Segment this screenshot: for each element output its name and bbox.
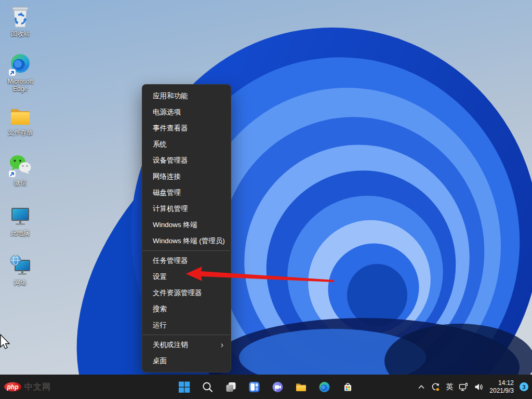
system-tray: 英 14:12 xyxy=(418,375,528,399)
edge-button[interactable] xyxy=(318,380,331,394)
menu-item-shutdown-or-signout[interactable]: 关机或注销› xyxy=(142,337,231,353)
menu-item-label: 计算机管理 xyxy=(153,204,188,214)
menu-item-event-viewer[interactable]: 事件查看器 xyxy=(142,120,231,136)
desktop-icon-wechat[interactable]: 微信 xyxy=(0,153,41,187)
menu-item-label: 事件查看器 xyxy=(153,124,188,133)
watermark: php 中文网 xyxy=(4,381,51,392)
menu-item-label: Windows 终端 (管理员) xyxy=(153,236,225,246)
clock-date: 2021/9/3 xyxy=(489,387,514,395)
menu-item-label: 应用和功能 xyxy=(153,91,188,101)
wallpaper-bloom xyxy=(0,0,532,399)
mouse-cursor xyxy=(0,333,11,351)
menu-item-file-explorer[interactable]: 文件资源管理器 xyxy=(142,285,231,301)
task-view-icon xyxy=(225,381,237,393)
menu-item-windows-terminal-admin[interactable]: Windows 终端 (管理员) xyxy=(142,233,231,249)
menu-item-windows-terminal[interactable]: Windows 终端 xyxy=(142,217,231,233)
menu-item-label: 文件资源管理器 xyxy=(153,288,202,298)
chevron-up-icon xyxy=(418,383,425,391)
taskbar-clock[interactable]: 14:12 2021/9/3 xyxy=(489,379,514,395)
menu-item-computer-management[interactable]: 计算机管理 xyxy=(142,201,231,217)
menu-item-label: 搜索 xyxy=(153,304,167,314)
php-logo: php xyxy=(4,382,21,392)
volume-tray[interactable] xyxy=(474,382,484,392)
task-view-button[interactable] xyxy=(224,380,238,394)
microsoft-store-icon xyxy=(342,381,354,393)
ethernet-network-icon xyxy=(459,382,469,392)
menu-item-desktop[interactable]: 桌面 xyxy=(142,353,231,369)
menu-item-label: 电源选项 xyxy=(153,108,181,117)
recycle-bin-icon xyxy=(8,4,33,29)
desktop-icon-label: 文件存放 xyxy=(8,129,33,136)
menu-item-apps-and-features[interactable]: 应用和功能 xyxy=(142,88,231,104)
submenu-chevron-icon: › xyxy=(221,341,223,349)
edge-icon xyxy=(318,381,331,393)
desktop-icon-label: 回收站 xyxy=(11,30,30,37)
menu-item-network-connections[interactable]: 网络连接 xyxy=(142,168,231,184)
watermark-text: 中文网 xyxy=(24,381,51,392)
taskbar-center-icons xyxy=(178,375,355,399)
menu-item-power-options[interactable]: 电源选项 xyxy=(142,104,231,120)
desktop-icon-file-storage[interactable]: 文件存放 xyxy=(0,103,41,136)
update-sync-icon xyxy=(431,382,440,392)
network-tray[interactable] xyxy=(459,382,469,392)
menu-separator xyxy=(143,250,230,251)
search-button[interactable] xyxy=(201,380,215,394)
windows-logo-icon xyxy=(178,381,191,393)
file-explorer-icon xyxy=(295,381,308,393)
menu-item-label: 设备管理器 xyxy=(153,156,188,165)
desktop-icon-recycle-bin[interactable]: 回收站 xyxy=(0,4,41,37)
notification-badge[interactable]: 3 xyxy=(520,382,528,391)
menu-item-task-manager[interactable]: 任务管理器 xyxy=(142,252,231,269)
chat-button[interactable] xyxy=(271,380,285,394)
menu-item-run[interactable]: 运行 xyxy=(142,317,231,333)
desktop-icon-label: 网络 xyxy=(14,279,26,286)
menu-item-disk-management[interactable]: 磁盘管理 xyxy=(142,184,231,201)
desktop-icon-label: 此电脑 xyxy=(11,230,30,237)
taskbar: php 中文网 xyxy=(0,375,532,399)
folder-icon xyxy=(8,103,33,128)
menu-item-label: Windows 终端 xyxy=(153,220,197,230)
menu-item-label: 网络连接 xyxy=(153,172,181,181)
chat-icon xyxy=(272,381,284,393)
menu-item-label: 磁盘管理 xyxy=(153,188,181,197)
network-icon xyxy=(8,253,33,278)
menu-separator xyxy=(143,335,230,335)
menu-item-label: 运行 xyxy=(153,321,167,330)
desktop-icon-label: Microsoft Edge xyxy=(2,78,39,92)
search-icon xyxy=(202,381,214,393)
ime-indicator[interactable]: 英 xyxy=(446,382,453,392)
menu-item-label: 关机或注销 xyxy=(153,340,188,350)
menu-item-settings[interactable]: 设置 xyxy=(142,269,231,285)
win-x-menu: 应用和功能电源选项事件查看器系统设备管理器网络连接磁盘管理计算机管理Window… xyxy=(142,84,231,373)
widgets-icon xyxy=(248,381,261,393)
speaker-icon xyxy=(474,382,484,392)
hidden-icons-chevron[interactable] xyxy=(418,383,425,391)
clock-time: 14:12 xyxy=(489,379,514,387)
desktop-icon-label: 微信 xyxy=(14,179,26,187)
menu-item-label: 桌面 xyxy=(153,356,167,366)
start-button[interactable] xyxy=(178,380,191,394)
menu-item-label: 设置 xyxy=(153,272,167,282)
desktop-icon-microsoft-edge[interactable]: Microsoft Edge xyxy=(0,52,41,92)
desktop-icon-this-pc[interactable]: 此电脑 xyxy=(0,204,41,237)
wechat-icon xyxy=(8,153,33,178)
desktop-icon-network[interactable]: 网络 xyxy=(0,253,41,286)
menu-item-label: 任务管理器 xyxy=(153,256,188,265)
this-pc-icon xyxy=(8,204,33,229)
widgets-button[interactable] xyxy=(248,380,261,394)
windows-update-tray[interactable] xyxy=(431,382,440,392)
edge-icon xyxy=(8,52,33,77)
menu-item-device-manager[interactable]: 设备管理器 xyxy=(142,152,231,168)
file-explorer-button[interactable] xyxy=(295,380,308,394)
menu-item-system[interactable]: 系统 xyxy=(142,136,231,152)
desktop-screen: 回收站 Microsoft Edge xyxy=(0,0,532,399)
microsoft-store-button[interactable] xyxy=(341,380,355,394)
menu-item-search[interactable]: 搜索 xyxy=(142,301,231,317)
menu-item-label: 系统 xyxy=(153,140,167,149)
